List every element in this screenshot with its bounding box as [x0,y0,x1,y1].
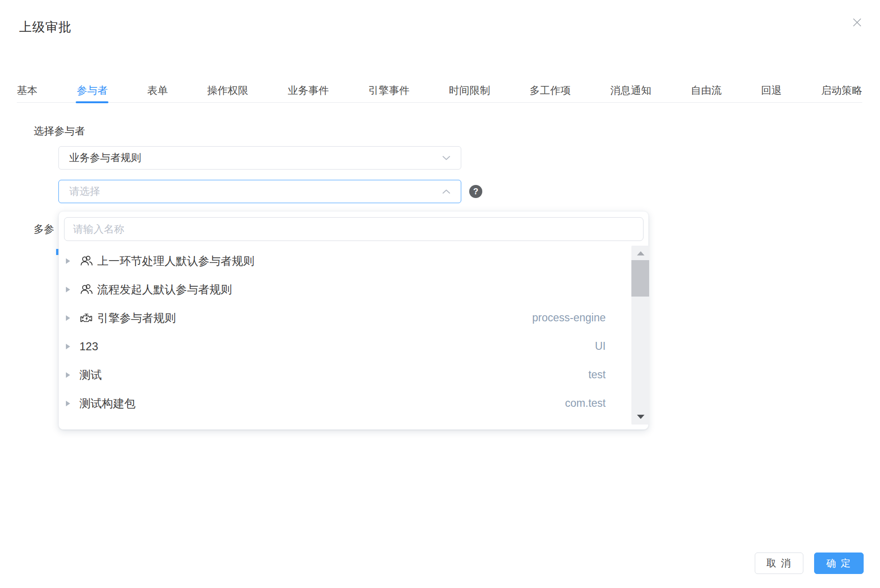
rule-tree: 上一环节处理人默认参与者规则 流程发起人默认参与者规则 [59,247,648,418]
tab-form[interactable]: 表单 [147,78,168,102]
multi-participant-label: 多参 [34,222,54,236]
tab-free-flow[interactable]: 自由流 [691,78,722,102]
tab-basic[interactable]: 基本 [17,78,37,102]
tab-operation-permissions[interactable]: 操作权限 [207,78,248,102]
tab-bar: 基本 参与者 表单 操作权限 业务事件 引擎事件 时间限制 多工作项 消息通知 … [17,78,862,103]
cancel-button[interactable]: 取 消 [755,553,803,574]
package-tag: UI [595,340,606,353]
tree-node-row[interactable]: 测试 test [59,361,648,389]
rule-search-input[interactable] [64,217,644,241]
select-value: 业务参与者规则 [69,151,141,165]
users-icon [79,283,93,296]
tree-node-row[interactable]: 上一环节处理人默认参与者规则 [59,247,648,275]
participant-rule-select[interactable]: 请选择 [58,180,461,203]
chevron-down-icon [442,156,451,160]
tab-engine-events[interactable]: 引擎事件 [368,78,409,102]
expand-caret-icon[interactable] [66,372,70,378]
expand-caret-icon[interactable] [66,401,70,406]
rule-dropdown-panel: 上一环节处理人默认参与者规则 流程发起人默认参与者规则 [58,211,649,430]
package-tag: process-engine [532,312,606,324]
tab-rollback[interactable]: 回退 [761,78,782,102]
package-tag: com.test [565,397,606,410]
tab-business-events[interactable]: 业务事件 [288,78,329,102]
rule-label: 流程发起人默认参与者规则 [97,282,232,297]
tab-multi-work-item[interactable]: 多工作项 [529,78,571,102]
scroll-up-icon[interactable] [637,251,644,255]
confirm-button[interactable]: 确 定 [814,553,864,574]
participant-rule-type-select[interactable]: 业务参与者规则 [58,146,461,170]
dialog-title: 上级审批 [19,19,72,35]
approval-dialog: 上级审批 基本 参与者 表单 操作权限 业务事件 引擎事件 时间限制 多工作项 … [0,0,880,588]
tree-node-row[interactable]: 123 UI [59,332,648,361]
expand-caret-icon[interactable] [66,344,70,349]
scrollbar[interactable] [631,246,649,425]
chevron-up-icon [442,189,451,194]
rule-label: 引擎参与者规则 [97,311,176,326]
tree-node-row[interactable]: 引擎参与者规则 process-engine [59,304,648,332]
rule-label: 测试 [79,368,102,383]
tab-time-limit[interactable]: 时间限制 [449,78,490,102]
tree-node-row[interactable]: 测试构建包 com.test [59,389,648,418]
rule-label: 上一环节处理人默认参与者规则 [97,254,254,269]
users-icon [79,255,93,267]
expand-caret-icon[interactable] [66,287,70,292]
tab-start-strategy[interactable]: 启动策略 [821,78,862,102]
rule-label: 123 [79,340,98,353]
tree-node-row[interactable]: 流程发起人默认参与者规则 [59,275,648,304]
tab-notifications[interactable]: 消息通知 [610,78,651,102]
tab-participants[interactable]: 参与者 [77,78,107,102]
scroll-down-icon[interactable] [637,415,644,419]
expand-caret-icon[interactable] [66,258,70,264]
expand-caret-icon[interactable] [66,315,70,321]
scrollbar-thumb[interactable] [631,260,649,297]
package-tag: test [588,368,606,381]
help-icon[interactable]: ? [469,185,482,198]
rule-label: 测试构建包 [79,396,136,411]
select-placeholder: 请选择 [69,184,100,198]
section-label-select-participant: 选择参与者 [34,124,85,138]
close-icon[interactable] [849,14,866,31]
engine-icon [79,312,93,324]
